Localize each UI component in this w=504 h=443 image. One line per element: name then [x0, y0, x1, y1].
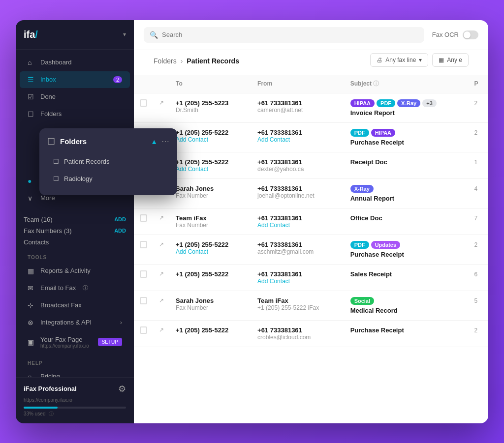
- checkbox[interactable]: [140, 241, 147, 248]
- row-tags: Social: [350, 297, 463, 305]
- tag: Social: [350, 297, 374, 305]
- arrow-icon: ↗: [159, 99, 164, 106]
- search-box[interactable]: 🔍: [144, 27, 424, 43]
- checkbox[interactable]: [140, 99, 147, 107]
- folder-icon: ☐: [53, 158, 59, 165]
- arrow-icon: ↗: [159, 326, 164, 333]
- row-from: +61 733381361 aschmitz@gmail.com: [252, 235, 345, 264]
- row-checkbox[interactable]: [134, 93, 153, 122]
- row-from: Team iFax +1 (205) 255-5222 iFax: [252, 291, 345, 320]
- sidebar-item-integrations[interactable]: ⊗ Integrations & API ›: [20, 314, 130, 331]
- from-number: +61 733381361: [257, 270, 339, 278]
- to-name[interactable]: Add Contact: [176, 136, 246, 143]
- filter2-button[interactable]: ▦ Any e: [432, 53, 469, 67]
- col-arrow: [153, 75, 170, 93]
- checkbox[interactable]: [140, 326, 147, 334]
- to-name[interactable]: Add Contact: [176, 166, 246, 173]
- table-row[interactable]: ↗+1 (205) 255-5222 +61 733381361 Add Con…: [134, 264, 488, 291]
- to-number: Team iFax: [176, 214, 246, 222]
- sidebar-item-label: Folders: [40, 110, 62, 118]
- row-pages: 2: [469, 235, 489, 264]
- sidebar-item-label: Pricing: [40, 373, 60, 377]
- fax-page-icon: ▣: [28, 338, 35, 346]
- fax-ocr-toggle[interactable]: [463, 30, 478, 39]
- row-checkbox[interactable]: [134, 320, 153, 347]
- table-row[interactable]: ↗+1 (205) 255-5222 Add Contact+61 733381…: [134, 152, 488, 178]
- from-email[interactable]: Add Contact: [257, 222, 339, 229]
- folder-item-patient-records[interactable]: ☐ Patient Records: [47, 153, 169, 170]
- to-number: +1 (205) 255-5223: [176, 99, 246, 107]
- folder-icon: ☐: [28, 110, 35, 118]
- setup-badge[interactable]: SETUP: [98, 338, 122, 346]
- fax-numbers-add-button[interactable]: ADD: [114, 228, 126, 234]
- sidebar-item-inbox[interactable]: ☰ Inbox 2: [20, 71, 130, 88]
- subject-text: Sales Receipt: [350, 270, 463, 278]
- sidebar: ifa/ ▾ ⌂ Dashboard ☰ Inbox 2 ☑ Done ☐ Fo…: [16, 20, 134, 423]
- table-row[interactable]: ↗+1 (205) 255-5222 Add Contact+61 733381…: [134, 122, 488, 152]
- checkbox[interactable]: [140, 270, 147, 278]
- plan-usage-bar: [24, 407, 126, 409]
- sidebar-item-fax-page[interactable]: ▣ Your Fax Page https://company.ifax.io …: [20, 331, 130, 353]
- breadcrumb-row: Folders › Patient Records 🖨 Any fax line…: [134, 50, 488, 75]
- row-pages: 2: [469, 93, 489, 122]
- from-email[interactable]: Add Contact: [257, 278, 339, 285]
- sidebar-item-reports[interactable]: ▦ Reports & Activity: [20, 263, 130, 279]
- team-add-button[interactable]: ADD: [114, 216, 126, 222]
- fax-page-label: Your Fax Page: [40, 336, 89, 343]
- row-checkbox[interactable]: [134, 208, 153, 235]
- row-direction-icon: ↗: [153, 93, 170, 122]
- row-from: +61 733381361 cameron@att.net: [252, 93, 345, 122]
- table-row[interactable]: ↗Team iFax Fax Number+61 733381361 Add C…: [134, 208, 488, 235]
- sidebar-item-done[interactable]: ☑ Done: [20, 89, 130, 105]
- row-subject: SocialMedical Record: [345, 291, 469, 320]
- search-input[interactable]: [162, 31, 418, 38]
- table-row[interactable]: ↗+1 (205) 255-5223 Dr.Smith+61 733381361…: [134, 93, 488, 122]
- row-checkbox[interactable]: [134, 235, 153, 264]
- fax-ocr-label: Fax OCR: [432, 31, 459, 38]
- from-number: +61 733381361: [257, 214, 339, 222]
- row-subject: Office Doc: [345, 208, 469, 235]
- sidebar-item-dashboard[interactable]: ⌂ Dashboard: [20, 54, 130, 71]
- row-pages: 1: [469, 152, 489, 178]
- table-row[interactable]: ↗Sarah Jones Fax Number+61 733381361 joe…: [134, 178, 488, 208]
- to-name: Fax Number: [176, 192, 246, 199]
- col-from: From: [252, 75, 345, 93]
- row-checkbox[interactable]: [134, 264, 153, 291]
- checkbox[interactable]: [140, 214, 147, 222]
- checkbox[interactable]: [140, 297, 147, 304]
- from-number: +61 733381361: [257, 241, 339, 248]
- col-to: To: [170, 75, 252, 93]
- row-to: Sarah Jones Fax Number: [170, 291, 252, 320]
- arrow-icon: ↗: [159, 270, 164, 277]
- drive-icon[interactable]: ▲: [151, 138, 158, 146]
- tag: +3: [422, 99, 437, 107]
- breadcrumb-folders[interactable]: Folders: [154, 57, 177, 65]
- fax-line-filter[interactable]: 🖨 Any fax line ▾: [370, 53, 428, 67]
- table-row[interactable]: ↗+1 (205) 255-5222 Add Contact+61 733381…: [134, 235, 488, 264]
- row-pages: 5: [469, 291, 489, 320]
- subject-text: Annual Report: [350, 195, 463, 202]
- app-logo: ifa/: [24, 29, 38, 40]
- chevron-down-icon: ▾: [419, 57, 422, 63]
- sidebar-item-broadcast[interactable]: ⊹ Broadcast Fax: [20, 297, 130, 314]
- sidebar-item-folders[interactable]: ☐ Folders: [20, 106, 130, 122]
- settings-icon[interactable]: ⚙: [118, 384, 126, 394]
- row-checkbox[interactable]: [134, 291, 153, 320]
- main-content: 🔍 Fax OCR Folders › Patient Records 🖨 An…: [134, 20, 488, 423]
- inbox-icon: ☰: [28, 76, 35, 84]
- to-name[interactable]: Add Contact: [176, 248, 246, 255]
- to-number: +1 (205) 255-5222: [176, 270, 246, 278]
- to-number: +1 (205) 255-5222: [176, 129, 246, 136]
- to-number: +1 (205) 255-5222: [176, 158, 246, 166]
- from-email[interactable]: Add Contact: [257, 136, 339, 143]
- sidebar-chevron-icon[interactable]: ▾: [123, 31, 126, 38]
- sidebar-item-label: Email to Fax: [40, 284, 76, 292]
- sidebar-item-email-to-fax[interactable]: ✉ Email to Fax ⓘ: [20, 280, 130, 296]
- folder-item-radiology[interactable]: ☐ Radiology: [47, 170, 169, 187]
- table-row[interactable]: ↗+1 (205) 255-5222 +61 733381361 crobles…: [134, 320, 488, 347]
- fax-numbers-label: Fax Numbers (3): [24, 227, 114, 235]
- table-row[interactable]: ↗Sarah Jones Fax NumberTeam iFax +1 (205…: [134, 291, 488, 320]
- fax-page-url: https://company.ifax.io: [40, 343, 89, 349]
- more-options-icon[interactable]: ⋯: [161, 137, 169, 146]
- sidebar-item-pricing[interactable]: ○ Pricing: [20, 368, 130, 377]
